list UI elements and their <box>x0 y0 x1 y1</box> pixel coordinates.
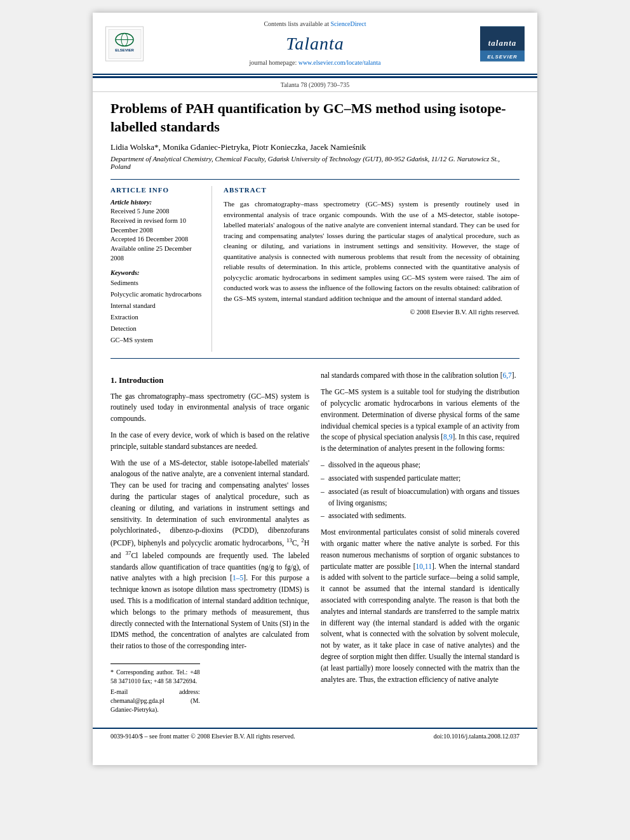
dash-item-1: dissolved in the aqueous phase; <box>321 460 519 471</box>
dash-item-2: associated with suspended particulate ma… <box>321 473 519 484</box>
affiliation: Department of Analytical Chemistry, Chem… <box>111 155 519 170</box>
right-para3: Most environmental particulates consist … <box>321 527 519 685</box>
homepage-link[interactable]: www.elsevier.com/locate/talanta <box>298 59 381 66</box>
journal-header: Contents lists available at ScienceDirec… <box>93 13 537 75</box>
contents-text: Contents lists available at <box>264 20 328 27</box>
keyword-6: GC–MS system <box>111 335 204 346</box>
intro-para1: The gas chromatography–mass spectrometry… <box>111 391 309 425</box>
footnote-2: E-mail address: chemanal@pg.gda.pl (M. G… <box>111 688 200 714</box>
available-date: Available online 25 December 2008 <box>111 244 204 263</box>
journal-title: Talanta <box>286 34 344 54</box>
intro-para2: In the case of every device, work of whi… <box>111 430 309 453</box>
bottom-bar: 0039-9140/$ – see front matter © 2008 El… <box>93 728 537 740</box>
keywords-list: Sediments Polycyclic aromatic hydrocarbo… <box>111 277 204 345</box>
keyword-1: Sediments <box>111 277 204 289</box>
keywords-label: Keywords: <box>111 269 204 276</box>
article-page: Contents lists available at ScienceDirec… <box>93 13 537 765</box>
svg-text:ELSEVIER: ELSEVIER <box>115 48 134 51</box>
ref-1-5[interactable]: 1–5 <box>232 574 243 582</box>
intro-para3: With the use of a MS-detector, stable is… <box>111 458 309 652</box>
keyword-2: Polycyclic aromatic hydrocarbons <box>111 289 204 300</box>
right-para2: The GC–MS system is a suitable tool for … <box>321 387 519 455</box>
doi-info: doi:10.1016/j.talanta.2008.12.037 <box>434 733 519 740</box>
contents-bar: Contents lists available at ScienceDirec… <box>93 18 537 30</box>
keywords-section: Keywords: Sediments Polycyclic aromatic … <box>111 269 204 345</box>
keyword-5: Detection <box>111 323 204 335</box>
abstract-text: The gas chromatography–mass spectrometry… <box>224 199 519 303</box>
article-info-heading: ARTICLE INFO <box>111 186 204 194</box>
intro-heading: 1. Introduction <box>111 374 309 387</box>
right-para1: nal standards compared with those in the… <box>321 370 519 382</box>
svg-rect-0 <box>109 29 141 58</box>
info-abstract-section: ARTICLE INFO Article history: Received 5… <box>111 179 519 359</box>
article-info: ARTICLE INFO Article history: Received 5… <box>111 186 212 352</box>
footnote-area: * Corresponding author. Tel.: +48 58 347… <box>111 663 200 714</box>
abstract-heading: ABSTRACT <box>224 186 519 194</box>
history-section: Article history: Received 5 June 2008 Re… <box>111 199 204 263</box>
abstract-section: ABSTRACT The gas chromatography–mass spe… <box>224 186 519 352</box>
left-column: 1. Introduction The gas chromatography–m… <box>111 370 309 716</box>
ref-6-7[interactable]: 6,7 <box>502 371 511 379</box>
received-date: Received 5 June 2008 <box>111 207 204 217</box>
content-area: Problems of PAH quantification by GC–MS … <box>93 100 537 716</box>
right-column: nal standards compared with those in the… <box>321 370 519 716</box>
keyword-4: Extraction <box>111 312 204 323</box>
history-label: Article history: <box>111 199 204 206</box>
issn-info: 0039-9140/$ – see front matter © 2008 El… <box>111 733 295 740</box>
dash-item-3: associated (as result of bioaccumulation… <box>321 486 519 509</box>
footnote-1: * Corresponding author. Tel.: +48 58 347… <box>111 668 200 686</box>
analyte-forms-list: dissolved in the aqueous phase; associat… <box>321 460 519 522</box>
journal-banner: ELSEVIER Talanta talanta ELSEVIER <box>93 30 537 58</box>
article-title: Problems of PAH quantification by GC–MS … <box>111 100 519 136</box>
svg-text:talanta: talanta <box>488 38 517 48</box>
authors: Lidia Wolska*, Monika Gdaniec-Pietryka, … <box>111 142 519 152</box>
revised-date: Received in revised form 10 December 200… <box>111 217 204 235</box>
journal-citation: Talanta 78 (2009) 730–735 <box>281 81 349 88</box>
article-meta-top: Talanta 78 (2009) 730–735 <box>93 78 537 92</box>
elsevier-logo: ELSEVIER <box>105 27 144 62</box>
journal-homepage: journal homepage: www.elsevier.com/locat… <box>93 58 537 70</box>
ref-8-9[interactable]: 8,9 <box>443 433 452 441</box>
dash-item-4: associated with sediments. <box>321 510 519 522</box>
accepted-date: Accepted 16 December 2008 <box>111 235 204 244</box>
keyword-3: Internal standard <box>111 300 204 312</box>
talanta-logo: talanta ELSEVIER <box>480 27 525 62</box>
abstract-copyright: © 2008 Elsevier B.V. All rights reserved… <box>224 309 519 316</box>
svg-text:ELSEVIER: ELSEVIER <box>487 54 518 60</box>
ref-10-11[interactable]: 10,11 <box>415 563 431 570</box>
body-columns: 1. Introduction The gas chromatography–m… <box>111 370 519 716</box>
sciencedirect-link[interactable]: ScienceDirect <box>330 20 366 27</box>
